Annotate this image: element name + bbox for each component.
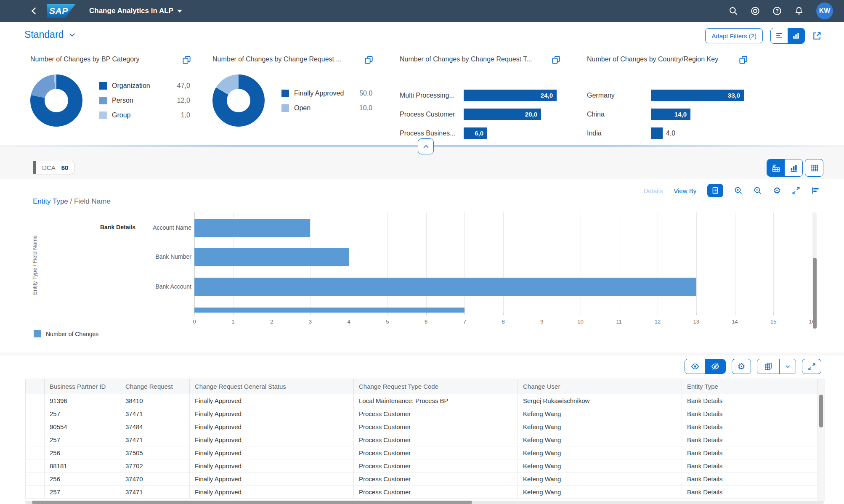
gridline [464, 212, 465, 313]
show-details-eye-icon[interactable] [685, 359, 705, 374]
select-all-column-header[interactable] [26, 379, 45, 394]
column-header[interactable]: Change Request [120, 379, 190, 394]
row-selector-cell[interactable] [26, 407, 45, 420]
table-cell: Kefeng Wang [518, 485, 682, 499]
table-row[interactable]: 25737471Finally ApprovedProcess Customer… [26, 485, 818, 499]
collapse-header-button[interactable] [418, 138, 434, 154]
table-horizontal-scrollbar-thumb[interactable] [32, 501, 472, 504]
kpi-card-title: Number of Changes by Change Request ... [212, 56, 342, 63]
row-selector-cell[interactable] [26, 472, 45, 485]
table-row[interactable]: 25637470Finally ApprovedProcess Customer… [26, 472, 818, 485]
chart-legend: Number of Changes [34, 330, 98, 337]
legend-item-label: Person [112, 97, 162, 104]
table-row[interactable]: 25737471Finally ApprovedProcess Customer… [26, 407, 818, 420]
chart-mode-icon[interactable] [788, 28, 804, 43]
copy-icon[interactable] [182, 56, 191, 64]
app-title-menu[interactable]: Change Analytics in ALP [89, 7, 182, 15]
legend-toggle-button[interactable] [707, 184, 723, 197]
row-selector-cell[interactable] [26, 433, 45, 446]
view-by-button[interactable]: View By [674, 187, 696, 194]
back-icon[interactable] [29, 6, 39, 16]
column-header[interactable]: Change Request Type Code [354, 379, 518, 394]
copy-icon[interactable] [552, 56, 560, 64]
filtered-by-chip[interactable]: DCA 60 [33, 161, 74, 174]
copy-icon[interactable] [364, 56, 373, 64]
details-button[interactable]: Details [643, 187, 663, 194]
table-settings-gear-icon[interactable]: ⚙ [732, 359, 751, 374]
kpi-bar-area: 4,0 [651, 127, 755, 139]
horizontal-bar-chart-icon[interactable] [811, 186, 820, 195]
hybrid-view-icon[interactable] [767, 159, 785, 176]
chart-bar[interactable] [194, 278, 696, 296]
share-icon[interactable] [812, 32, 821, 40]
kpi-card[interactable]: Number of Changes by BP CategoryOrganiza… [30, 50, 199, 143]
donut-chart[interactable] [30, 74, 82, 127]
axis-tick [812, 313, 812, 315]
kpi-bar-value: 20,0 [525, 111, 541, 118]
kpi-bar[interactable]: 6,0 [464, 127, 487, 139]
table-row[interactable]: 25637505Finally ApprovedProcess Customer… [26, 446, 818, 459]
table-row[interactable]: 8818137702Finally ApprovedProcess Custom… [26, 459, 818, 472]
filter-lines-icon[interactable] [771, 28, 788, 43]
category-label: Account Name [141, 224, 191, 231]
kpi-bar[interactable] [651, 127, 663, 139]
table-vertical-scrollbar-thumb[interactable] [819, 395, 823, 427]
column-header[interactable]: Change Request General Status [190, 379, 354, 394]
kpi-card[interactable]: Number of Changes by Country/Region KeyG… [587, 50, 755, 143]
row-selector-cell[interactable] [26, 459, 45, 472]
table-header-row: Business Partner IDChange RequestChange … [26, 379, 818, 394]
table-row[interactable]: 9139638410Finally ApprovedLocal Maintena… [26, 394, 818, 407]
kpi-card[interactable]: Number of Changes by Change Request T...… [400, 50, 568, 143]
row-selector-cell[interactable] [26, 485, 45, 499]
chart-view-icon[interactable] [785, 159, 802, 176]
bar-chart-plot [194, 212, 812, 313]
gear-icon[interactable]: ⚙ [773, 186, 781, 195]
table-row[interactable]: 9055437484Finally ApprovedProcess Custom… [26, 420, 818, 433]
breadcrumb-entity-type[interactable]: Entity Type [33, 197, 68, 205]
column-header[interactable]: Business Partner ID [45, 379, 120, 394]
x-axis-tick-label: 13 [686, 318, 707, 325]
table-row[interactable]: 25737471Finally ApprovedProcess Customer… [26, 433, 818, 446]
column-header[interactable]: Change User [518, 379, 682, 394]
legend-color-swatch [34, 330, 41, 337]
kpi-bar[interactable]: 14,0 [651, 109, 690, 120]
chart-bar[interactable] [194, 308, 464, 313]
legend-color-swatch [281, 90, 289, 97]
donut-chart[interactable] [212, 74, 265, 127]
copilot-icon[interactable] [751, 6, 760, 16]
kpi-bar[interactable]: 33,0 [651, 90, 744, 101]
search-icon[interactable] [729, 6, 738, 16]
table-view-icon[interactable] [805, 159, 823, 177]
row-selector-cell[interactable] [26, 420, 45, 433]
hide-details-eye-off-icon[interactable] [705, 359, 725, 374]
filter-bar: Standard Adapt Filters (2) [0, 22, 844, 50]
kpi-bar[interactable]: 20,0 [464, 109, 541, 120]
table-fullscreen-icon[interactable] [802, 359, 821, 374]
fullscreen-icon[interactable] [792, 186, 800, 195]
column-header[interactable]: Entity Type [682, 379, 818, 394]
copy-icon[interactable] [739, 56, 748, 64]
chip-label: DCA [42, 164, 56, 171]
kpi-card[interactable]: Number of Changes by Change Request ...F… [212, 50, 381, 143]
row-selector-cell[interactable] [26, 394, 45, 407]
sap-logo: SAP [47, 4, 76, 18]
chart-bar[interactable] [194, 248, 349, 266]
kpi-bar[interactable]: 24,0 [464, 90, 557, 101]
kpi-legend-item: Open10,0 [281, 104, 372, 112]
chart-scrollbar-thumb[interactable] [813, 258, 817, 329]
zoom-out-icon[interactable] [754, 186, 762, 195]
row-selector-cell[interactable] [26, 446, 45, 459]
table-cell: 37702 [120, 459, 190, 472]
chart-bar[interactable] [194, 219, 310, 237]
help-icon[interactable]: ? [772, 6, 782, 16]
zoom-in-icon[interactable] [734, 186, 743, 195]
bell-icon[interactable] [794, 6, 804, 16]
export-icon[interactable] [757, 359, 780, 374]
variant-selector[interactable]: Standard [24, 29, 76, 40]
adapt-filters-button[interactable]: Adapt Filters (2) [705, 28, 763, 43]
export-menu-chevron-icon[interactable] [780, 359, 796, 374]
chevron-down-icon [177, 10, 182, 13]
x-axis-tick-label: 11 [608, 318, 629, 325]
avatar[interactable]: KW [816, 3, 833, 19]
legend-label: Number of Changes [46, 331, 98, 337]
